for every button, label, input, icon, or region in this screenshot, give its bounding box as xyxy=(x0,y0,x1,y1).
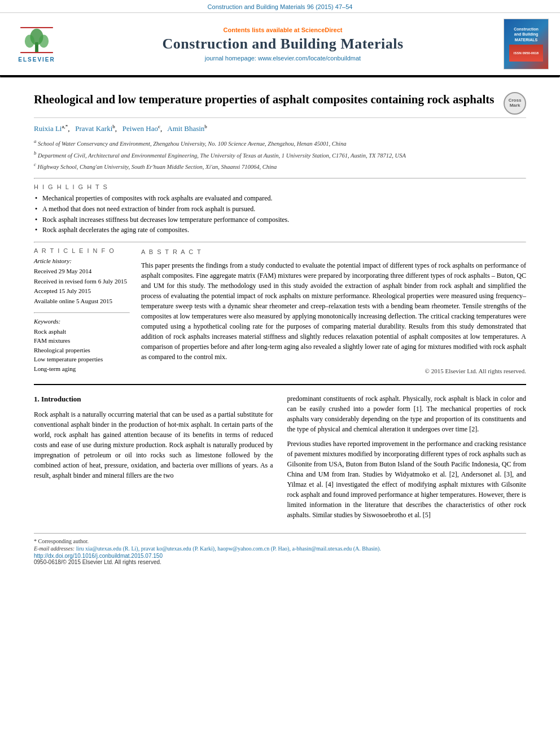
svg-rect-4 xyxy=(20,27,53,28)
intro-para-right-2: Previous studies have reported improveme… xyxy=(287,439,527,520)
highlight-item: Rock asphalt increases stiffness but dec… xyxy=(34,215,526,225)
history-label: Article history: xyxy=(34,257,130,264)
abstract-label: A B S T R A C T xyxy=(141,247,526,257)
email-note: E-mail addresses: liru xia@utexas.edu (R… xyxy=(34,545,526,552)
highlight-item: A method that does not need extraction o… xyxy=(34,204,526,214)
keyword-3: Rheological properties xyxy=(34,346,130,355)
intro-para-right-1: predominant constituents of rock asphalt… xyxy=(287,394,527,434)
journal-header: ELSEVIER Contents lists available at Sci… xyxy=(0,13,560,76)
article-footer: * Corresponding author. E-mail addresses… xyxy=(34,533,526,565)
author-1: Ruixia Li xyxy=(34,124,62,133)
main-content: Rheological and low temperature properti… xyxy=(0,78,560,576)
highlights-label: H I G H L I G H T S xyxy=(34,184,526,190)
article-title: Rheological and low temperature properti… xyxy=(34,84,495,112)
affiliations: a School of Water Conservancy and Enviro… xyxy=(34,138,526,171)
journal-citation: Construction and Building Materials 96 (… xyxy=(208,3,353,10)
keywords-label: Keywords: xyxy=(34,318,130,325)
sciencedirect-link[interactable]: ScienceDirect xyxy=(301,27,343,33)
corresponding-note: * Corresponding author. xyxy=(34,538,526,544)
body-columns: 1. Introduction Rock asphalt is a natura… xyxy=(34,394,526,525)
article-title-section: Rheological and low temperature properti… xyxy=(34,84,526,118)
journal-homepage: journal homepage: www.elsevier.com/locat… xyxy=(68,55,498,62)
elsevier-logo: ELSEVIER xyxy=(11,26,62,63)
accepted-date: Accepted 15 July 2015 xyxy=(34,286,130,296)
intro-heading: 1. Introduction xyxy=(34,394,273,405)
highlight-item: Mechanical properties of composites with… xyxy=(34,194,526,203)
svg-rect-5 xyxy=(20,52,53,53)
crossmark-badge: CrossMark xyxy=(504,92,526,115)
keywords-section: Keywords: Rock asphalt FAM mixtures Rheo… xyxy=(34,318,130,374)
keyword-5: Long-term aging xyxy=(34,364,130,374)
author-2: Pravat Karki xyxy=(75,124,112,133)
abstract-column: A B S T R A C T This paper presents the … xyxy=(141,247,526,375)
cover-text: Construction and Building MATERIALS xyxy=(514,27,539,42)
authors-line: Ruixia Lia,*, Pravat Karkib, Peiwen Haoc… xyxy=(34,124,526,133)
doi-link[interactable]: http://dx.doi.org/10.1016/j.conbuildmat.… xyxy=(34,553,526,559)
keyword-2: FAM mixtures xyxy=(34,336,130,346)
available-date: Available online 5 August 2015 xyxy=(34,296,130,307)
keyword-4: Low temperature properties xyxy=(34,355,130,364)
received-date: Received 29 May 2014 xyxy=(34,267,130,277)
highlights-section: H I G H L I G H T S Mechanical propertie… xyxy=(34,184,526,235)
elsevier-label: ELSEVIER xyxy=(18,56,55,63)
highlights-list: Mechanical properties of composites with… xyxy=(34,194,526,235)
svg-point-3 xyxy=(39,34,49,47)
author-3: Peiwen Hao xyxy=(123,124,158,133)
email-addresses: liru xia@utexas.edu (R. Li), pravat ko@u… xyxy=(76,545,381,552)
affil-2: b Department of Civil, Architectural and… xyxy=(34,150,526,160)
revised-date: Received in revised form 6 July 2015 xyxy=(34,277,130,287)
body-content: 1. Introduction Rock asphalt is a natura… xyxy=(34,384,526,525)
body-col-left: 1. Introduction Rock asphalt is a natura… xyxy=(34,394,273,525)
article-info-label: A R T I C L E I N F O xyxy=(34,247,130,254)
article-info-abstract: A R T I C L E I N F O Article history: R… xyxy=(34,247,526,375)
header-center: Contents lists available at ScienceDirec… xyxy=(68,27,498,62)
author-4: Amit Bhasin xyxy=(167,124,204,133)
top-bar: Construction and Building Materials 96 (… xyxy=(0,0,560,13)
issn-line: 0950-0618/© 2015 Elsevier Ltd. All right… xyxy=(34,559,526,565)
affil-1: a School of Water Conservancy and Enviro… xyxy=(34,138,526,148)
sciencedirect-banner: Contents lists available at ScienceDirec… xyxy=(68,27,498,33)
abstract-text: This paper presents the findings from a … xyxy=(141,260,526,362)
article-history: Article history: Received 29 May 2014 Re… xyxy=(34,257,130,306)
svg-point-2 xyxy=(25,34,34,47)
crossmark: CrossMark xyxy=(504,92,526,115)
affil-3: c Highway School, Chang'an University, S… xyxy=(34,161,526,171)
intro-para-1: Rock asphalt is a naturally occurring ma… xyxy=(34,409,273,480)
body-col-right: predominant constituents of rock asphalt… xyxy=(287,394,527,525)
highlight-item: Rock asphalt decelerates the aging rate … xyxy=(34,225,526,235)
keyword-1: Rock asphalt xyxy=(34,327,130,337)
article-info-column: A R T I C L E I N F O Article history: R… xyxy=(34,247,130,375)
journal-cover: Construction and Building MATERIALS ISSN… xyxy=(504,19,549,69)
copyright-line: © 2015 Elsevier Ltd. All rights reserved… xyxy=(141,366,526,376)
journal-name: Construction and Building Materials xyxy=(68,36,498,53)
